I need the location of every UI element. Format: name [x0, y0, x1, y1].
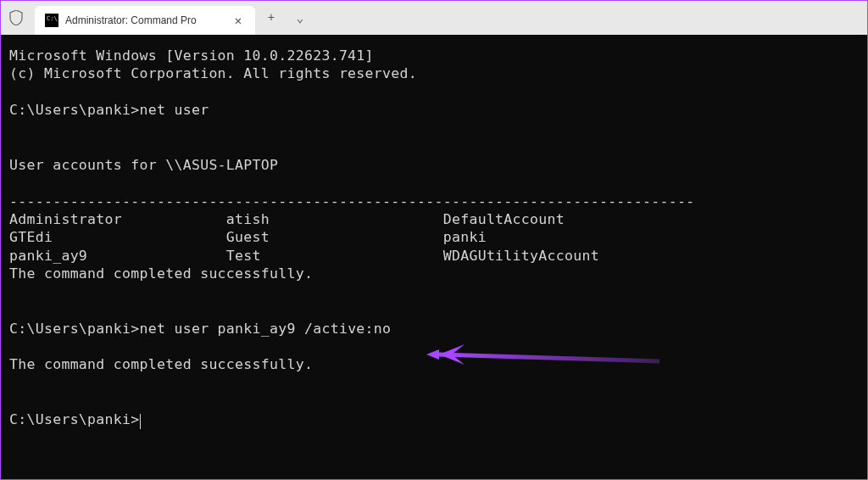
shield-icon: [8, 9, 25, 26]
cmd-icon: [45, 14, 58, 27]
accounts-row: GTEdi Guest panki: [9, 229, 487, 245]
separator-line: ----------------------------------------…: [9, 193, 694, 209]
tab-command-prompt[interactable]: Administrator: Command Pro ✕: [35, 6, 255, 35]
success-message: The command completed successfully.: [9, 356, 313, 372]
new-tab-button[interactable]: +: [259, 5, 284, 31]
banner-line: (c) Microsoft Corporation. All rights re…: [9, 65, 417, 81]
command-text: net user panki_ay9 /active:no: [140, 321, 392, 337]
titlebar: Administrator: Command Pro ✕ + ⌄: [1, 1, 867, 35]
accounts-row: panki_ay9 Test WDAGUtilityAccount: [9, 248, 599, 264]
success-message: The command completed successfully.: [9, 265, 313, 282]
command-text: net user: [140, 102, 209, 118]
terminal-output[interactable]: Microsoft Windows [Version 10.0.22623.74…: [1, 35, 867, 479]
annotation-arrow-icon: [354, 338, 668, 371]
prompt-path: C:\Users\panki>: [9, 321, 140, 337]
close-tab-button[interactable]: ✕: [231, 14, 245, 27]
cursor: [140, 414, 142, 429]
accounts-header: User accounts for \\ASUS-LAPTOP: [9, 157, 278, 173]
prompt-path: C:\Users\panki>: [9, 102, 140, 118]
banner-line: Microsoft Windows [Version 10.0.22623.74…: [9, 47, 374, 64]
prompt-path: C:\Users\panki>: [9, 411, 140, 427]
tab-dropdown-button[interactable]: ⌄: [287, 5, 313, 31]
accounts-row: Administrator atish DefaultAccount: [9, 211, 565, 227]
tab-title: Administrator: Command Pro: [65, 14, 225, 26]
